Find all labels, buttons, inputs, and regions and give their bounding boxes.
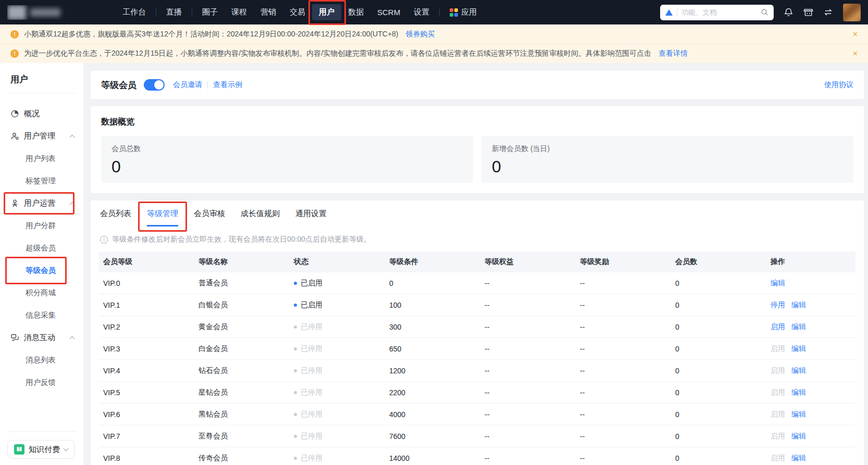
global-search[interactable] <box>660 5 774 20</box>
pie-chart-icon <box>10 109 19 118</box>
status-text: 已停用 <box>301 454 323 463</box>
sidebar-item-7[interactable]: 等级会员 <box>0 259 83 282</box>
tab-3[interactable]: 成长值规则 <box>241 209 280 227</box>
tab-4[interactable]: 通用设置 <box>295 209 327 227</box>
level-reward: -- <box>578 388 673 397</box>
stat-cards: 会员总数 0 新增会员数 (当日) 0 <box>101 136 853 183</box>
sidebar-item-0[interactable]: 概况 <box>0 103 83 125</box>
action-link-0[interactable]: 启用 <box>771 388 785 396</box>
banner-close-icon[interactable]: × <box>853 49 858 58</box>
action-link-0[interactable]: 启用 <box>771 454 785 462</box>
table-row-VIP.8: VIP.8传奇会员已停用14000----0启用编辑 <box>99 447 855 465</box>
sidebar-item-10[interactable]: 消息互动 <box>0 326 83 349</box>
level-reward: -- <box>578 345 673 353</box>
action-link-0[interactable]: 启用 <box>771 322 785 331</box>
nav-item-3[interactable]: 课程 <box>225 4 254 20</box>
nav-item-4[interactable]: 营销 <box>254 4 283 20</box>
table-row-VIP.2: VIP.2黄金会员已停用300----0启用编辑 <box>99 316 855 338</box>
banner-close-icon[interactable]: × <box>853 30 858 39</box>
level-condition: 4000 <box>387 410 482 419</box>
action-link-1[interactable]: 编辑 <box>791 366 806 374</box>
action-link-0[interactable]: 启用 <box>771 410 785 418</box>
sidebar-item-6[interactable]: 超级会员 <box>0 237 83 259</box>
nav-item-1[interactable]: 直播 <box>159 4 189 20</box>
view-example-link[interactable]: 查看示例 <box>213 80 242 90</box>
link-divider <box>207 82 208 89</box>
nav-item-10[interactable]: 应用 <box>443 4 483 20</box>
toggle-knob <box>154 80 164 90</box>
level-member-toggle[interactable] <box>144 79 165 91</box>
action-link-1[interactable]: 编辑 <box>791 344 806 353</box>
nav-item-6[interactable]: 用户 <box>312 4 341 20</box>
column-header-0: 会员等级 <box>101 257 196 267</box>
search-icon[interactable] <box>761 8 768 16</box>
member-level: VIP.8 <box>101 454 196 462</box>
stat-card-new-members: 新增会员数 (当日) 0 <box>481 136 853 183</box>
nav-separator <box>439 9 440 16</box>
sidebar-item-4[interactable]: 用户运营 <box>0 192 83 215</box>
action-link-1[interactable]: 编辑 <box>791 454 806 462</box>
sidebar-item-2[interactable]: 用户列表 <box>0 147 83 170</box>
action-link-0[interactable]: 停用 <box>771 300 785 309</box>
top-nav: 工作台直播圈子课程营销交易用户数据SCRM设置应用 <box>0 0 868 24</box>
column-header-1: 等级名称 <box>196 257 292 267</box>
table-row-VIP.0: VIP.0普通会员已启用0----0编辑 <box>99 272 855 294</box>
status-badge: 已停用 <box>292 344 387 354</box>
member-level: VIP.6 <box>101 410 196 419</box>
action-link-1[interactable]: 编辑 <box>791 388 806 396</box>
tab-0[interactable]: 会员列表 <box>100 209 131 227</box>
action-link-0[interactable]: 启用 <box>771 344 785 353</box>
chevron-down-icon <box>64 446 69 451</box>
action-link-0[interactable]: 启用 <box>771 366 785 374</box>
sidebar-item-3[interactable]: 标签管理 <box>0 170 83 192</box>
level-condition: 7600 <box>387 432 482 441</box>
search-input[interactable] <box>681 8 757 16</box>
switch-account-icon[interactable] <box>823 7 833 17</box>
nav-item-label: 用户 <box>319 7 334 17</box>
sidebar-item-11[interactable]: 消息列表 <box>0 349 83 371</box>
nav-item-2[interactable]: 圈子 <box>195 4 225 20</box>
table-header: 会员等级等级名称状态等级条件等级权益等级奖励会员数操作 <box>99 252 855 272</box>
coupon-buy-link[interactable]: 领券购买 <box>406 30 435 39</box>
data-overview-panel: 数据概览 会员总数 0 新增会员数 (当日) 0 <box>91 106 864 193</box>
nav-item-7[interactable]: 数据 <box>341 4 370 20</box>
nav-item-8[interactable]: SCRM <box>370 5 407 20</box>
member-invite-link[interactable]: 会员邀请 <box>173 80 202 90</box>
nav-item-label: 课程 <box>231 7 247 17</box>
sidebar-item-label: 消息列表 <box>26 355 56 365</box>
row-actions: 启用编辑 <box>768 388 855 397</box>
member-count: 0 <box>673 279 768 287</box>
sidebar-item-9[interactable]: 信息采集 <box>0 304 83 326</box>
nav-item-0[interactable]: 工作台 <box>116 4 153 20</box>
sidebar-item-1[interactable]: 用户管理 <box>0 125 83 147</box>
sidebar-item-5[interactable]: 用户分群 <box>0 215 83 237</box>
status-dot-icon <box>294 347 297 350</box>
level-condition: 0 <box>387 279 482 287</box>
action-link-0[interactable]: 启用 <box>771 432 785 440</box>
action-link-1[interactable]: 编辑 <box>791 322 806 331</box>
table-row-VIP.5: VIP.5星钻会员已停用2200----0启用编辑 <box>99 382 855 404</box>
level-rights: -- <box>482 410 578 419</box>
sidebar-item-label: 用户反馈 <box>26 378 56 387</box>
user-avatar[interactable] <box>843 4 861 21</box>
action-link-0[interactable]: 编辑 <box>771 279 785 287</box>
row-actions: 停用编辑 <box>768 300 855 310</box>
nav-item-5[interactable]: 交易 <box>283 4 312 20</box>
member-level: VIP.4 <box>101 367 196 375</box>
action-link-1[interactable]: 编辑 <box>791 300 806 309</box>
sidebar-item-8[interactable]: 积分商城 <box>0 282 83 304</box>
tab-1[interactable]: 等级管理 <box>147 209 178 227</box>
usage-agreement-link[interactable]: 使用协议 <box>824 80 853 90</box>
product-switcher-button[interactable]: 知识付费 <box>7 440 75 459</box>
nav-item-9[interactable]: 设置 <box>407 4 436 20</box>
member-level: VIP.3 <box>101 345 196 353</box>
view-details-link[interactable]: 查看详情 <box>659 49 688 58</box>
status-dot-icon <box>294 369 297 372</box>
action-link-1[interactable]: 编辑 <box>791 432 806 440</box>
store-icon[interactable] <box>803 7 813 17</box>
action-link-1[interactable]: 编辑 <box>791 410 806 418</box>
tab-2[interactable]: 会员审核 <box>194 209 225 227</box>
notification-bell-icon[interactable] <box>784 7 793 17</box>
level-reward: -- <box>578 279 673 287</box>
sidebar-item-12[interactable]: 用户反馈 <box>0 371 83 394</box>
